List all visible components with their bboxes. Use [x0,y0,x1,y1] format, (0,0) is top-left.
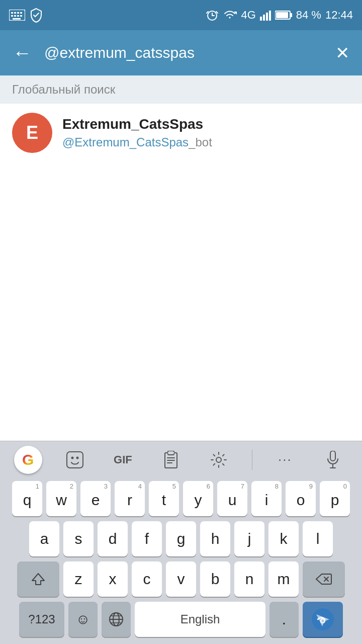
clear-button[interactable]: ✕ [333,40,352,65]
backspace-key[interactable] [303,561,345,597]
time-label: 12:44 [325,9,353,22]
battery-icon [275,11,292,20]
svg-rect-7 [17,15,19,17]
key-r[interactable]: 4 r [115,481,145,516]
key-p[interactable]: 0 p [320,481,350,516]
key-l[interactable]: l [303,521,333,556]
svg-rect-16 [266,13,268,21]
key-g[interactable]: g [166,521,196,556]
result-username: @Extremum_CatsSpas _bot [62,135,212,149]
key-s[interactable]: s [63,521,94,556]
key-d[interactable]: d [98,521,128,556]
emoji-sticker-button[interactable] [60,447,90,472]
status-bar: 4G 84 % 12:44 [0,0,362,30]
keyboard-keys: 1 q 2 w 3 e 4 r 5 t 6 y [0,478,362,637]
space-label: English [180,612,220,626]
emoji-icon: ☺ [76,611,90,627]
signal-icon [260,10,271,21]
emoji-key[interactable]: ☺ [68,602,98,637]
key-j[interactable]: j [234,521,264,556]
key-o[interactable]: 9 o [286,481,316,516]
svg-rect-26 [168,452,174,454]
key-w[interactable]: 2 w [46,481,76,516]
key-m[interactable]: m [268,561,299,597]
numbers-label: ?123 [28,612,55,626]
svg-rect-9 [13,18,21,20]
result-username-suffix: _bot [189,135,212,149]
wifi-icon [223,10,237,21]
key-row-3: z x c v b n m [2,561,360,597]
shift-key[interactable] [17,561,59,597]
microphone-button[interactable] [318,447,348,472]
settings-button[interactable] [204,447,234,472]
key-x[interactable]: x [98,561,128,597]
sticker-icon [66,451,84,469]
svg-rect-31 [330,451,335,461]
google-icon: G [22,451,34,468]
svg-point-23 [76,456,79,459]
key-n[interactable]: n [234,561,264,597]
svg-rect-4 [20,12,22,14]
result-name: Extremum_CatsSpas [62,116,212,132]
globe-icon [108,611,124,627]
gear-icon [210,451,227,468]
key-c[interactable]: c [132,561,162,597]
keyboard: G GIF [0,441,362,644]
result-avatar: E [12,113,52,153]
svg-rect-2 [14,12,16,14]
network-label: 4G [241,9,255,22]
clipboard-button[interactable] [156,447,186,472]
key-i[interactable]: 8 i [251,481,282,516]
key-q[interactable]: 1 q [12,481,42,516]
gif-label: GIF [114,453,132,466]
search-bar: ← ✕ [0,30,362,75]
key-z[interactable]: z [63,561,94,597]
search-input[interactable] [44,44,323,61]
empty-area [0,162,362,409]
alarm-icon [206,9,219,22]
key-row-2: a s d f g h j k l [2,521,360,556]
period-label: . [282,611,286,628]
key-k[interactable]: k [268,521,299,556]
more-dots-icon: ··· [278,452,292,467]
back-button[interactable]: ← [10,41,34,65]
key-a[interactable]: a [29,521,59,556]
result-info: Extremum_CatsSpas @Extremum_CatsSpas _bo… [62,116,212,149]
keyboard-toolbar: G GIF [0,441,362,478]
gif-button[interactable]: GIF [108,447,138,472]
global-search-label: Глобальный поиск [0,75,362,104]
svg-rect-3 [17,12,19,14]
key-row-1: 1 q 2 w 3 e 4 r 5 t 6 y [2,481,360,516]
svg-rect-17 [269,11,271,21]
svg-rect-6 [14,15,16,17]
key-f[interactable]: f [132,521,162,556]
shift-icon [31,572,46,587]
keyboard-icon [9,10,25,21]
svg-rect-14 [260,17,262,21]
clipboard-icon [163,451,179,469]
key-u[interactable]: 7 u [217,481,247,516]
globe-key[interactable] [102,602,131,637]
google-button[interactable]: G [14,446,42,474]
camera-key[interactable] [303,602,343,637]
key-y[interactable]: 6 y [183,481,213,516]
key-h[interactable]: h [200,521,230,556]
key-b[interactable]: b [200,561,230,597]
period-key[interactable]: . [269,602,299,637]
svg-rect-15 [263,15,265,21]
key-t[interactable]: 5 t [149,481,179,516]
svg-rect-8 [20,15,22,17]
space-key[interactable]: English [135,602,265,637]
result-item[interactable]: E Extremum_CatsSpas @Extremum_CatsSpas _… [0,104,362,162]
key-v[interactable]: v [166,561,196,597]
svg-rect-20 [276,12,288,18]
svg-point-30 [216,457,221,462]
battery-label: 84 % [296,9,321,22]
svg-rect-21 [67,452,83,468]
microphone-icon [326,451,339,469]
numbers-key[interactable]: ?123 [19,602,64,637]
toolbar-divider [252,450,252,470]
more-button[interactable]: ··· [270,447,300,472]
svg-rect-19 [290,13,292,17]
key-e[interactable]: 3 e [80,481,111,516]
